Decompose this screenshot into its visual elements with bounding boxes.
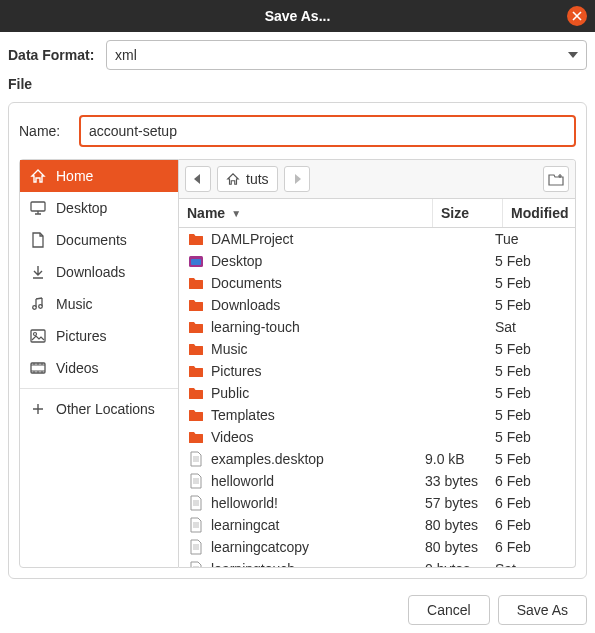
file-list[interactable]: DAMLProjectTueDesktop5 FebDocuments5 Feb… — [179, 228, 575, 567]
folder-icon — [187, 232, 205, 246]
titlebar: Save As... — [0, 0, 595, 32]
save-button[interactable]: Save As — [498, 595, 587, 625]
file-name: Public — [211, 385, 425, 401]
filename-input[interactable] — [79, 115, 576, 147]
file-size: 80 bytes — [425, 517, 495, 533]
sidebar-item-videos[interactable]: Videos — [20, 352, 178, 384]
file-size: 33 bytes — [425, 473, 495, 489]
file-icon — [187, 495, 205, 511]
svg-point-4 — [34, 333, 37, 336]
file-row[interactable]: examples.desktop9.0 kB5 Feb — [179, 448, 575, 470]
folder-icon — [187, 386, 205, 400]
file-row[interactable]: Documents5 Feb — [179, 272, 575, 294]
videos-icon — [30, 360, 46, 376]
file-row[interactable]: Videos5 Feb — [179, 426, 575, 448]
file-size: 9.0 kB — [425, 451, 495, 467]
folder-icon — [187, 276, 205, 290]
desktop-icon — [30, 200, 46, 216]
file-modified: 6 Feb — [495, 473, 567, 489]
file-size: 57 bytes — [425, 495, 495, 511]
folder-icon — [187, 342, 205, 356]
desktop-folder-icon — [187, 254, 205, 268]
sidebar-item-label: Home — [56, 168, 93, 184]
home-icon — [226, 172, 240, 186]
column-name[interactable]: Name ▼ — [179, 199, 433, 227]
file-icon — [187, 473, 205, 489]
svg-rect-3 — [31, 330, 45, 342]
sidebar-item-label: Documents — [56, 232, 127, 248]
svg-point-1 — [33, 306, 37, 310]
file-name: examples.desktop — [211, 451, 425, 467]
file-name: Desktop — [211, 253, 425, 269]
breadcrumb-current[interactable]: tuts — [217, 166, 278, 192]
file-modified: 5 Feb — [495, 363, 567, 379]
sidebar-item-documents[interactable]: Documents — [20, 224, 178, 256]
file-modified: 5 Feb — [495, 385, 567, 401]
places-sidebar: HomeDesktopDocumentsDownloadsMusicPictur… — [19, 159, 179, 568]
home-icon — [30, 168, 46, 184]
file-modified: Tue — [495, 231, 567, 247]
file-modified: 6 Feb — [495, 539, 567, 555]
file-icon — [187, 451, 205, 467]
file-row[interactable]: learning-touchSat — [179, 316, 575, 338]
file-name: learningtouch — [211, 561, 425, 567]
file-row[interactable]: learningtouch0 bytesSat — [179, 558, 575, 567]
window-title: Save As... — [265, 8, 331, 24]
svg-rect-7 — [191, 259, 201, 265]
music-icon — [30, 296, 46, 312]
file-row[interactable]: Music5 Feb — [179, 338, 575, 360]
file-row[interactable]: learningcat80 bytes6 Feb — [179, 514, 575, 536]
path-bar: tuts — [179, 160, 575, 199]
file-icon — [187, 539, 205, 555]
file-section-label: File — [8, 70, 587, 96]
dataformat-value: xml — [115, 47, 137, 63]
file-icon — [187, 561, 205, 567]
file-modified: 6 Feb — [495, 495, 567, 511]
file-name: learningcat — [211, 517, 425, 533]
file-row[interactable]: helloworld33 bytes6 Feb — [179, 470, 575, 492]
file-modified: 5 Feb — [495, 451, 567, 467]
file-row[interactable]: helloworld!57 bytes6 Feb — [179, 492, 575, 514]
file-name: Downloads — [211, 297, 425, 313]
column-size[interactable]: Size — [433, 199, 503, 227]
file-row[interactable]: Downloads5 Feb — [179, 294, 575, 316]
dataformat-select[interactable]: xml — [106, 40, 587, 70]
file-row[interactable]: Templates5 Feb — [179, 404, 575, 426]
file-row[interactable]: Pictures5 Feb — [179, 360, 575, 382]
file-name: DAMLProject — [211, 231, 425, 247]
file-name: Music — [211, 341, 425, 357]
nav-back-button[interactable] — [185, 166, 211, 192]
close-button[interactable] — [567, 6, 587, 26]
sidebar-item-downloads[interactable]: Downloads — [20, 256, 178, 288]
documents-icon — [30, 232, 46, 248]
folder-icon — [187, 408, 205, 422]
file-modified: 5 Feb — [495, 253, 567, 269]
file-row[interactable]: DAMLProjectTue — [179, 228, 575, 250]
sidebar-item-pictures[interactable]: Pictures — [20, 320, 178, 352]
sidebar-item-music[interactable]: Music — [20, 288, 178, 320]
file-row[interactable]: Public5 Feb — [179, 382, 575, 404]
folder-icon — [187, 364, 205, 378]
file-name: Documents — [211, 275, 425, 291]
plus-icon — [30, 402, 46, 416]
svg-point-2 — [39, 305, 43, 309]
column-modified[interactable]: Modified — [503, 199, 575, 227]
file-modified: 5 Feb — [495, 341, 567, 357]
sidebar-item-other-locations[interactable]: Other Locations — [20, 393, 178, 425]
chevron-down-icon — [568, 52, 578, 58]
cancel-button[interactable]: Cancel — [408, 595, 490, 625]
dataformat-label: Data Format: — [8, 47, 100, 63]
sidebar-item-home[interactable]: Home — [20, 160, 178, 192]
new-folder-button[interactable] — [543, 166, 569, 192]
breadcrumb-label: tuts — [246, 171, 269, 187]
pictures-icon — [30, 328, 46, 344]
file-modified: 5 Feb — [495, 429, 567, 445]
file-row[interactable]: learningcatcopy80 bytes6 Feb — [179, 536, 575, 558]
file-modified: 5 Feb — [495, 275, 567, 291]
nav-forward-button[interactable] — [284, 166, 310, 192]
sidebar-item-desktop[interactable]: Desktop — [20, 192, 178, 224]
name-label: Name: — [19, 123, 69, 139]
file-name: helloworld! — [211, 495, 425, 511]
file-row[interactable]: Desktop5 Feb — [179, 250, 575, 272]
file-size: 0 bytes — [425, 561, 495, 567]
